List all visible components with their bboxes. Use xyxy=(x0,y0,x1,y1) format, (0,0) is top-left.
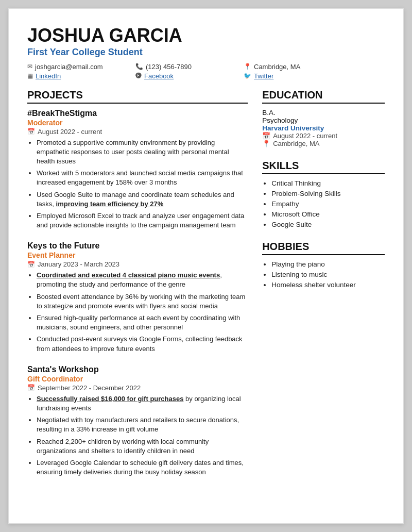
facebook-link[interactable]: Facebook xyxy=(144,72,174,80)
facebook-icon: 🅕 xyxy=(135,72,142,79)
project-name-1: #BreakTheStigma xyxy=(27,109,248,118)
project-role-3: Gift Coordinator xyxy=(27,375,248,383)
hobby-item: Playing the piano xyxy=(271,260,385,268)
bullet-item: Employed Microsoft Excel to track and an… xyxy=(37,211,248,230)
header: JOSHUA GARCIA First Year College Student… xyxy=(27,25,385,80)
skills-section: SKILLS Critical Thinking Problem-Solving… xyxy=(262,160,385,228)
edu-degree: B.A. xyxy=(262,109,385,117)
facebook-contact[interactable]: 🅕 Facebook xyxy=(135,72,238,80)
candidate-name: JOSHUA GARCIA xyxy=(27,25,385,46)
project-breakthestigma: #BreakTheStigma Moderator 📅 August 2022 … xyxy=(27,109,248,230)
edu-field: Psychology xyxy=(262,117,385,124)
projects-section-title: PROJECTS xyxy=(27,89,248,104)
hobby-item: Listening to music xyxy=(271,271,385,278)
calendar-icon-3: 📅 xyxy=(27,384,35,391)
phone-icon: 📞 xyxy=(135,63,143,70)
twitter-icon: 🐦 xyxy=(244,72,251,79)
linkedin-icon: ▦ xyxy=(27,72,33,79)
skill-item: Empathy xyxy=(271,200,385,208)
bullet-item: Reached 2,200+ children by working with … xyxy=(37,437,248,456)
edu-cal-icon: 📅 xyxy=(262,132,270,140)
project-date-2: 📅 January 2023 - March 2023 xyxy=(27,260,248,268)
bullet-item: Used Google Suite to manage and coordina… xyxy=(37,190,248,209)
bullet-item: Negotiated with toy manufacturers and re… xyxy=(37,415,248,434)
hobbies-section-title: HOBBIES xyxy=(262,241,385,255)
bold-text: Coordinated and executed 4 classical pia… xyxy=(37,271,220,279)
bullet-item: Ensured high-quality performance at each… xyxy=(37,313,248,332)
left-column: PROJECTS #BreakTheStigma Moderator 📅 Aug… xyxy=(27,89,248,489)
calendar-icon-2: 📅 xyxy=(27,261,35,268)
project-role-2: Event Planner xyxy=(27,251,248,259)
education-section: EDUCATION B.A. Psychology Harvard Univer… xyxy=(262,89,385,147)
resume-container: JOSHUA GARCIA First Year College Student… xyxy=(8,8,404,524)
project-role-1: Moderator xyxy=(27,119,248,127)
education-block: B.A. Psychology Harvard University 📅 Aug… xyxy=(262,109,385,147)
hobbies-section: HOBBIES Playing the piano Listening to m… xyxy=(262,241,385,289)
email-contact: ✉ joshgarcia@email.com xyxy=(27,63,130,71)
skill-item: Microsoft Office xyxy=(271,210,385,218)
twitter-link[interactable]: Twitter xyxy=(254,72,273,80)
location-icon: 📍 xyxy=(244,63,251,70)
skills-list: Critical Thinking Problem-Solving Skills… xyxy=(262,179,385,228)
skill-item: Problem-Solving Skills xyxy=(271,190,385,197)
skill-item: Critical Thinking xyxy=(271,179,385,187)
project-bullets-3: Successfully raised $16,000 for gift pur… xyxy=(27,394,248,477)
bullet-item: Successfully raised $16,000 for gift pur… xyxy=(37,394,248,413)
project-name-3: Santa's Workshop xyxy=(27,365,248,374)
edu-location-icon: 📍 xyxy=(262,140,270,147)
project-santas-workshop: Santa's Workshop Gift Coordinator 📅 Sept… xyxy=(27,365,248,477)
bullet-item: Leveraged Google Calendar to schedule gi… xyxy=(37,458,248,477)
bold-text: improving team efficiency by 27% xyxy=(56,200,164,208)
edu-date: 📅 August 2022 - current xyxy=(262,132,385,140)
bold-text: Successfully raised $16,000 for gift pur… xyxy=(37,395,183,403)
skills-section-title: SKILLS xyxy=(262,160,385,174)
bullet-item: Coordinated and executed 4 classical pia… xyxy=(37,271,248,289)
calendar-icon-1: 📅 xyxy=(27,128,35,135)
email-icon: ✉ xyxy=(27,63,32,70)
location-contact: 📍 Cambridge, MA xyxy=(244,63,347,71)
education-section-title: EDUCATION xyxy=(262,89,385,104)
hobbies-list: Playing the piano Listening to music Hom… xyxy=(262,260,385,289)
bullet-item: Worked with 5 moderators and launched so… xyxy=(37,169,248,187)
project-bullets-1: Promoted a supportive community environm… xyxy=(27,138,248,230)
bullet-item: Boosted event attendance by 36% by worki… xyxy=(37,292,248,311)
project-name-2: Keys to the Future xyxy=(27,241,248,251)
phone-contact: 📞 (123) 456-7890 xyxy=(135,63,238,71)
twitter-contact[interactable]: 🐦 Twitter xyxy=(244,72,347,80)
linkedin-contact[interactable]: ▦ LinkedIn xyxy=(27,72,130,80)
project-keys-future: Keys to the Future Event Planner 📅 Janua… xyxy=(27,241,248,354)
project-date-3: 📅 September 2022 - December 2022 xyxy=(27,384,248,392)
skill-item: Google Suite xyxy=(271,221,385,228)
project-bullets-2: Coordinated and executed 4 classical pia… xyxy=(27,271,248,354)
hobby-item: Homeless shelter volunteer xyxy=(271,281,385,289)
bullet-item: Conducted post-event surveys via Google … xyxy=(37,335,248,353)
edu-location: 📍 Cambridge, MA xyxy=(262,140,385,147)
project-date-1: 📅 August 2022 - current xyxy=(27,128,248,136)
candidate-title: First Year College Student xyxy=(27,47,385,58)
linkedin-link[interactable]: LinkedIn xyxy=(36,72,61,80)
right-column: EDUCATION B.A. Psychology Harvard Univer… xyxy=(262,89,385,489)
edu-school: Harvard University xyxy=(262,124,385,132)
bullet-item: Promoted a supportive community environm… xyxy=(37,138,248,167)
